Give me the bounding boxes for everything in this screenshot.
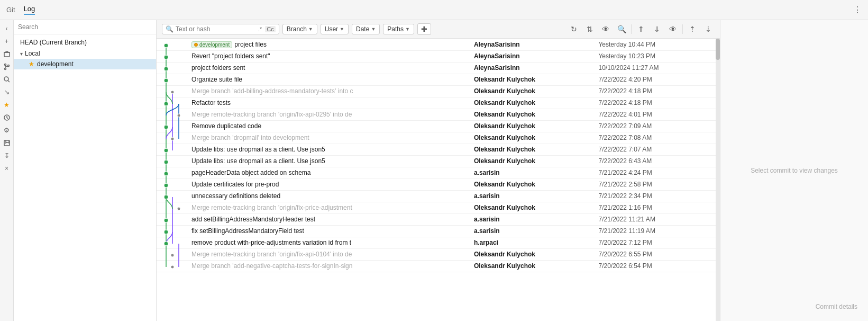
date-filter-button[interactable]: Date ▼ <box>352 24 380 34</box>
graph-cell <box>157 144 188 155</box>
local-group-header[interactable]: ▾ Local <box>14 48 156 59</box>
commit-date: 7/22/2022 7:09 AM <box>595 120 720 132</box>
branch-search-box[interactable] <box>14 20 156 34</box>
paths-chevron-icon: ▼ <box>405 26 410 32</box>
pull-icon[interactable]: ⇓ <box>651 23 663 35</box>
collapse-icon[interactable]: × <box>2 163 12 174</box>
commit-message: fix setBillingAddressMandatoryField test <box>188 225 471 237</box>
add-icon[interactable]: + <box>2 36 12 47</box>
new-branch-button[interactable]: ✚ <box>417 23 431 35</box>
table-row[interactable]: Update libs: use dropmail as a client. U… <box>157 155 720 167</box>
search-input[interactable] <box>176 25 255 33</box>
commit-table: developmentproject filesAleynaSarisinnYe… <box>157 39 720 272</box>
table-row[interactable]: Remove duplicated codeOleksandr Kulychok… <box>157 120 720 132</box>
delete-icon[interactable] <box>2 49 12 59</box>
commit-message: Refactor tests <box>188 97 471 109</box>
graph-cell <box>157 132 188 144</box>
commit-author: a.sarisin <box>471 167 596 179</box>
expand-all-icon[interactable]: ⇡ <box>686 23 699 35</box>
clock-icon[interactable] <box>2 112 12 123</box>
back-icon[interactable]: ‹ <box>2 23 12 34</box>
table-row[interactable]: Organize suite fileOleksandr Kulychok7/2… <box>157 74 720 85</box>
table-row[interactable]: pageHeaderData object added on schemaa.s… <box>157 167 720 179</box>
user-filter-button[interactable]: User ▼ <box>321 24 349 34</box>
fetch-icon[interactable]: ⇅ <box>583 23 596 35</box>
table-row[interactable]: Merge branch 'add-billing-address-mandat… <box>157 85 720 97</box>
eye-icon[interactable]: 👁 <box>599 23 612 35</box>
commit-date: 7/21/2022 2:34 PM <box>595 190 720 202</box>
commit-message: Remove duplicated code <box>188 120 471 132</box>
search-box[interactable]: 🔍 .* Cc <box>162 24 279 34</box>
commit-author: Oleksandr Kulychok <box>471 248 596 260</box>
branch-tag-dot <box>194 43 198 47</box>
table-row[interactable]: project folders sentAleynaSarisinn10/10/… <box>157 62 720 74</box>
git-tab[interactable]: Git <box>6 6 15 14</box>
scrollbar-thumb[interactable] <box>716 39 720 60</box>
branch-icon[interactable] <box>2 61 12 72</box>
commit-author: Oleksandr Kulychok <box>471 202 596 213</box>
commit-message: Organize suite file <box>188 74 471 85</box>
merge-icon[interactable]: 👁 <box>666 23 679 35</box>
commit-message: Merge branch 'dropmail' into development <box>188 132 471 144</box>
development-branch-item[interactable]: ★ development <box>14 59 156 69</box>
commit-date: 7/21/2022 11:21 AM <box>595 213 720 225</box>
graph-cell <box>157 225 188 237</box>
commit-author: AleynaSarisinn <box>471 39 596 50</box>
commit-author: Oleksandr Kulychok <box>471 260 596 272</box>
commit-author: a.sarisin <box>471 190 596 202</box>
regex-label[interactable]: .* <box>257 26 263 32</box>
table-row[interactable]: Refactor testsOleksandr Kulychok7/22/202… <box>157 97 720 109</box>
table-row[interactable]: add setBillingAddressMandatoryHeader tes… <box>157 213 720 225</box>
expand-icon[interactable]: ↧ <box>2 150 12 161</box>
user-filter-label: User <box>325 25 338 33</box>
table-row[interactable]: Merge remote-tracking branch 'origin/fix… <box>157 109 720 120</box>
log-area: 🔍 .* Cc Branch ▼ User ▼ Date ▼ Paths ▼ ✚ <box>157 20 720 321</box>
commit-author: Oleksandr Kulychok <box>471 74 596 85</box>
select-commit-text: Select commit to view changes <box>751 167 838 174</box>
arrow-down-icon[interactable]: ↘ <box>2 87 12 97</box>
table-row[interactable]: fix setBillingAddressMandatoryField test… <box>157 225 720 237</box>
table-row[interactable]: Merge branch 'add-negative-captcha-tests… <box>157 260 720 272</box>
commit-message: project folders sent <box>188 62 471 74</box>
log-tab[interactable]: Log <box>24 5 35 15</box>
commit-message: Merge branch 'add-negative-captcha-tests… <box>188 260 471 272</box>
commit-message: remove product with-price-adjustments va… <box>188 237 471 248</box>
commit-table-wrapper[interactable]: developmentproject filesAleynaSarisinnYe… <box>157 39 720 321</box>
table-row[interactable]: Merge remote-tracking branch 'origin/fix… <box>157 202 720 213</box>
table-row[interactable]: Merge branch 'dropmail' into development… <box>157 132 720 144</box>
log-toolbar: 🔍 .* Cc Branch ▼ User ▼ Date ▼ Paths ▼ ✚ <box>157 20 720 39</box>
find-icon[interactable]: 🔍 <box>615 23 628 35</box>
star-icon[interactable]: ★ <box>2 100 12 110</box>
cc-button[interactable]: Cc <box>265 26 275 32</box>
branch-filter-button[interactable]: Branch ▼ <box>282 24 317 34</box>
commit-date: 7/22/2022 4:18 PM <box>595 97 720 109</box>
head-branch-item[interactable]: HEAD (Current Branch) <box>14 37 156 48</box>
commit-date: 7/22/2022 4:20 PM <box>595 74 720 85</box>
refresh-icon[interactable]: ↻ <box>568 23 580 35</box>
branch-search-input[interactable] <box>18 23 152 31</box>
paths-filter-button[interactable]: Paths ▼ <box>383 24 414 34</box>
icon-sidebar: ‹ + ↘ ★ <box>0 20 14 321</box>
commit-details-text: Commit details <box>816 303 857 310</box>
table-row[interactable]: Merge remote-tracking branch 'origin/fix… <box>157 248 720 260</box>
table-row[interactable]: Update libs: use dropmail as a client. U… <box>157 144 720 155</box>
search-sidebar-icon[interactable] <box>2 74 12 85</box>
scrollbar-track[interactable] <box>716 39 720 321</box>
local-group: ▾ Local ★ development <box>14 48 156 69</box>
table-row[interactable]: unnecessary definitions deleteda.sarisin… <box>157 190 720 202</box>
table-row[interactable]: Update certificates for pre-prodOleksand… <box>157 179 720 190</box>
commit-author: Oleksandr Kulychok <box>471 97 596 109</box>
more-options-icon[interactable]: ⋮ <box>853 5 862 15</box>
table-row[interactable]: remove product with-price-adjustments va… <box>157 237 720 248</box>
svg-point-1 <box>4 64 6 66</box>
settings-icon[interactable]: ⚙ <box>2 125 12 136</box>
svg-point-2 <box>4 68 6 70</box>
chevron-icon: ▾ <box>20 51 23 57</box>
collapse-all-icon[interactable]: ⇣ <box>702 23 715 35</box>
table-row[interactable]: developmentproject filesAleynaSarisinnYe… <box>157 39 720 50</box>
commit-date: Yesterday 10:23 PM <box>595 50 720 62</box>
push-icon[interactable]: ⇑ <box>635 23 647 35</box>
bookmarks-icon[interactable] <box>2 138 12 148</box>
commit-message: Merge remote-tracking branch 'origin/fix… <box>188 202 471 213</box>
table-row[interactable]: Revert "project folders sent"AleynaSaris… <box>157 50 720 62</box>
